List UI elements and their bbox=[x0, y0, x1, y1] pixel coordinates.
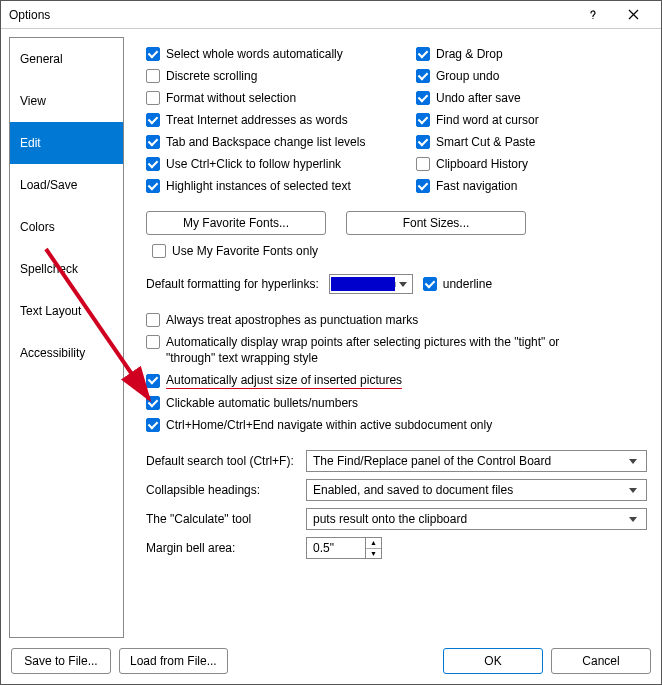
collapsible-headings-value: Enabled, and saved to document files bbox=[313, 483, 513, 497]
nav-spellcheck[interactable]: Spellcheck bbox=[10, 248, 123, 290]
category-sidebar: General View Edit Load/Save Colors Spell… bbox=[9, 37, 124, 638]
chk-drag-drop[interactable]: Drag & Drop bbox=[416, 46, 539, 62]
font-sizes-button[interactable]: Font Sizes... bbox=[346, 211, 526, 235]
chk-undo-after-save[interactable]: Undo after save bbox=[416, 90, 539, 106]
chk-clickable-bullets[interactable]: Clickable automatic bullets/numbers bbox=[146, 395, 647, 411]
chk-format-without-selection[interactable]: Format without selection bbox=[146, 90, 416, 106]
nav-colors[interactable]: Colors bbox=[10, 206, 123, 248]
chk-ctrl-click-hyperlink[interactable]: Use Ctrl+Click to follow hyperlink bbox=[146, 156, 416, 172]
chk-auto-wrap-points[interactable]: Automatically display wrap points after … bbox=[146, 334, 647, 366]
chk-ctrl-home-end-subdoc[interactable]: Ctrl+Home/Ctrl+End navigate within activ… bbox=[146, 417, 647, 433]
chk-discrete-scrolling[interactable]: Discrete scrolling bbox=[146, 68, 416, 84]
load-from-file-button[interactable]: Load from File... bbox=[119, 648, 228, 674]
default-search-tool-select[interactable]: The Find/Replace panel of the Control Bo… bbox=[306, 450, 647, 472]
chk-clipboard-history[interactable]: Clipboard History bbox=[416, 156, 539, 172]
calculate-tool-value: puts result onto the clipboard bbox=[313, 512, 467, 526]
chk-find-word-at-cursor[interactable]: Find word at cursor bbox=[416, 112, 539, 128]
help-button[interactable] bbox=[573, 2, 613, 28]
collapsible-headings-label: Collapsible headings: bbox=[146, 483, 306, 497]
chk-tab-backspace-list-levels[interactable]: Tab and Backspace change list levels bbox=[146, 134, 416, 150]
close-button[interactable] bbox=[613, 2, 653, 28]
ok-button[interactable]: OK bbox=[443, 648, 543, 674]
my-favorite-fonts-button[interactable]: My Favorite Fonts... bbox=[146, 211, 326, 235]
hyperlink-color-picker[interactable] bbox=[329, 274, 413, 294]
nav-edit[interactable]: Edit bbox=[10, 122, 123, 164]
chevron-down-icon bbox=[395, 282, 411, 287]
chevron-down-icon bbox=[626, 459, 640, 464]
hyperlink-formatting-label: Default formatting for hyperlinks: bbox=[146, 277, 319, 291]
margin-bell-value[interactable]: 0.5" bbox=[306, 537, 366, 559]
chevron-down-icon bbox=[626, 488, 640, 493]
collapsible-headings-select[interactable]: Enabled, and saved to document files bbox=[306, 479, 647, 501]
chk-select-whole-words[interactable]: Select whole words automatically bbox=[146, 46, 416, 62]
nav-text-layout[interactable]: Text Layout bbox=[10, 290, 123, 332]
chk-hyperlink-underline[interactable]: underline bbox=[423, 276, 492, 292]
nav-general[interactable]: General bbox=[10, 38, 123, 80]
spin-up-icon[interactable]: ▲ bbox=[366, 538, 381, 549]
chk-treat-internet-addresses[interactable]: Treat Internet addresses as words bbox=[146, 112, 416, 128]
nav-view[interactable]: View bbox=[10, 80, 123, 122]
default-search-tool-label: Default search tool (Ctrl+F): bbox=[146, 454, 306, 468]
margin-bell-label: Margin bell area: bbox=[146, 541, 306, 555]
nav-load-save[interactable]: Load/Save bbox=[10, 164, 123, 206]
nav-accessibility[interactable]: Accessibility bbox=[10, 332, 123, 374]
chk-fast-navigation[interactable]: Fast navigation bbox=[416, 178, 539, 194]
chk-smart-cut-paste[interactable]: Smart Cut & Paste bbox=[416, 134, 539, 150]
save-to-file-button[interactable]: Save to File... bbox=[11, 648, 111, 674]
chk-auto-adjust-picture-size[interactable]: Automatically adjust size of inserted pi… bbox=[146, 372, 647, 389]
cancel-button[interactable]: Cancel bbox=[551, 648, 651, 674]
chevron-down-icon bbox=[626, 517, 640, 522]
default-search-tool-value: The Find/Replace panel of the Control Bo… bbox=[313, 454, 551, 468]
spin-down-icon[interactable]: ▼ bbox=[366, 549, 381, 559]
calculate-tool-label: The "Calculate" tool bbox=[146, 512, 306, 526]
window-title: Options bbox=[9, 8, 573, 22]
chk-use-favorite-fonts-only[interactable]: Use My Favorite Fonts only bbox=[152, 243, 647, 259]
chk-group-undo[interactable]: Group undo bbox=[416, 68, 539, 84]
margin-bell-spinner[interactable]: 0.5" ▲ ▼ bbox=[306, 537, 382, 559]
chk-highlight-selected-text[interactable]: Highlight instances of selected text bbox=[146, 178, 416, 194]
hyperlink-color-swatch bbox=[331, 277, 395, 291]
calculate-tool-select[interactable]: puts result onto the clipboard bbox=[306, 508, 647, 530]
chk-apostrophes-punctuation[interactable]: Always treat apostrophes as punctuation … bbox=[146, 312, 647, 328]
